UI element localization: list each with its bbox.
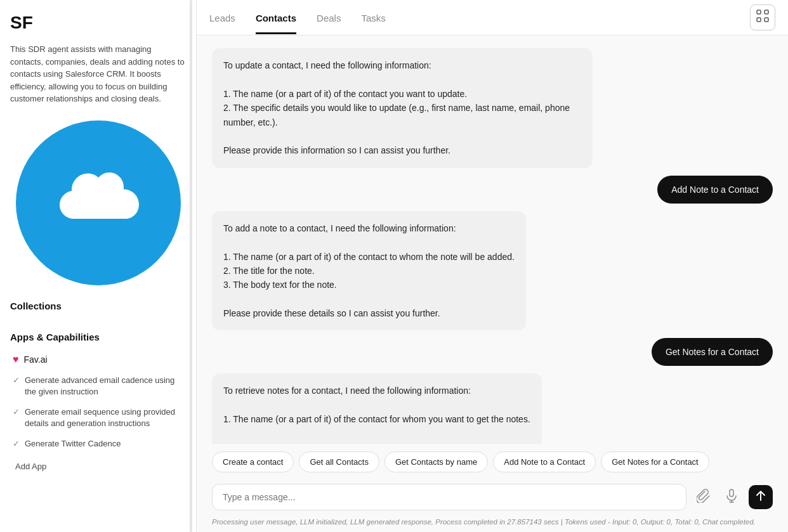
svg-rect-2 [757, 18, 761, 22]
avatar [16, 120, 181, 285]
list-text: Generate advanced email cadence using th… [25, 375, 183, 398]
message-input[interactable] [212, 484, 686, 510]
message-left-1: To update a contact, I need the followin… [212, 48, 593, 168]
chip-get-notes[interactable]: Get Notes for a Contact [601, 451, 709, 472]
chip-create-contact[interactable]: Create a contact [212, 451, 294, 472]
sidebar-description: This SDR agent assists with managing con… [10, 43, 186, 105]
attachment-button[interactable] [693, 485, 714, 510]
microphone-icon [725, 489, 739, 506]
chip-add-note[interactable]: Add Note to a Contact [493, 451, 596, 472]
list-item: ✓ Generate advanced email cadence using … [10, 372, 186, 401]
add-app-button[interactable]: Add App [13, 459, 49, 474]
message-right-2: Get Notes for a Contact [652, 338, 773, 366]
tab-tasks[interactable]: Tasks [361, 1, 385, 34]
svg-rect-0 [757, 10, 761, 14]
tab-contacts[interactable]: Contacts [256, 1, 296, 34]
message-left-2: To add a note to a contact, I need the f… [212, 211, 526, 331]
sidebar: SF This SDR agent assists with managing … [0, 0, 197, 532]
check-icon: ✓ [13, 407, 20, 417]
add-app-container: Add App [10, 455, 186, 477]
tab-leads[interactable]: Leads [209, 1, 235, 34]
svg-rect-1 [765, 10, 768, 14]
svg-rect-4 [730, 490, 733, 496]
settings-button[interactable] [750, 4, 775, 30]
list-text: Generate email sequence using provided d… [25, 406, 183, 429]
voice-button[interactable] [721, 485, 742, 510]
list-item: ✓ Generate Twitter Cadence [10, 435, 186, 453]
heart-icon: ♥ [13, 354, 19, 365]
check-icon: ✓ [13, 375, 20, 385]
sidebar-logo: SF [10, 13, 186, 33]
send-icon [755, 490, 766, 505]
input-bar [197, 477, 788, 516]
sidebar-apps: ♥ Fav.ai ✓ Generate advanced email caden… [10, 350, 186, 478]
check-icon: ✓ [13, 439, 20, 448]
message-right-1: Add Note to a Contact [657, 176, 773, 204]
sidebar-scrollbar [190, 0, 192, 532]
main-area: Leads Contacts Deals Tasks To update a c… [197, 0, 788, 532]
list-item: ✓ Generate email sequence using provided… [10, 403, 186, 432]
message-left-3: To retrieve notes for a contact, I need … [212, 373, 542, 444]
apps-title: Apps & Capabilities [10, 332, 186, 342]
chat-area: To update a contact, I need the followin… [197, 36, 788, 444]
list-text: Generate Twitter Cadence [25, 438, 121, 450]
chip-get-all-contacts[interactable]: Get all Contacts [299, 451, 379, 472]
collections-title: Collections [10, 301, 186, 311]
sidebar-collections: Collections [10, 301, 186, 319]
fav-ai-label: Fav.ai [24, 354, 48, 365]
attachment-icon [697, 489, 711, 506]
fav-ai-item[interactable]: ♥ Fav.ai [10, 350, 186, 369]
tab-deals[interactable]: Deals [317, 1, 341, 34]
send-button[interactable] [749, 485, 773, 509]
settings-icon [756, 9, 770, 26]
svg-rect-3 [765, 18, 768, 22]
cloud-icon [51, 168, 146, 238]
top-nav: Leads Contacts Deals Tasks [197, 0, 788, 36]
chip-get-contacts-by-name[interactable]: Get Contacts by name [384, 451, 488, 472]
status-bar: Processing user message, LLM initialized… [197, 516, 788, 532]
chips-row: Create a contact Get all Contacts Get Co… [197, 444, 788, 477]
